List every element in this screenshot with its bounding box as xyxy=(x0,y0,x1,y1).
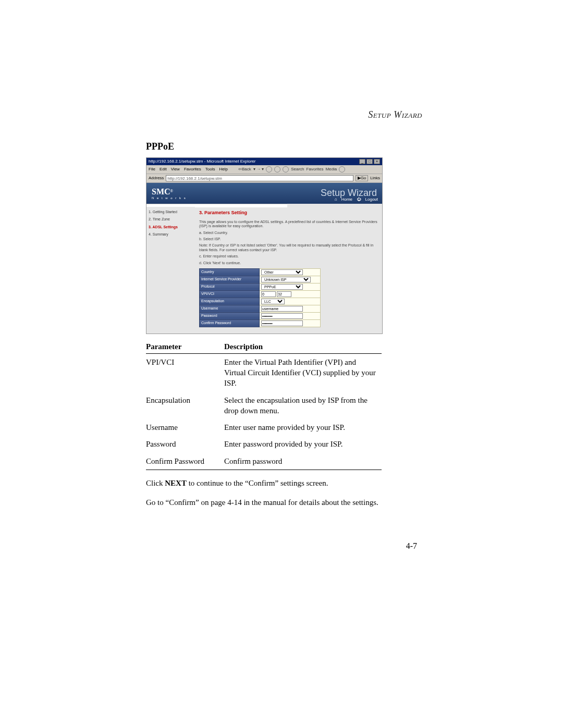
parameter-description-table: Parameter Description VPI/VCIEnter the V… xyxy=(146,340,382,470)
label-protocol: Protocol xyxy=(200,283,260,290)
ie-menu-bar: File Edit View Favorites Tools Help ⇦Bac… xyxy=(146,165,382,174)
label-isp: Internet Service Provider xyxy=(200,276,260,283)
sidebar-item-summary[interactable]: 4. Summary xyxy=(149,232,193,237)
running-header: Setup Wizard xyxy=(146,109,422,120)
logout-link[interactable]: ⏻ Logout xyxy=(357,197,378,202)
confirm-password-input[interactable] xyxy=(261,320,303,326)
router-header: SMC® N e t w o r k s Setup Wizard ⌂ Home… xyxy=(146,183,382,204)
links-label[interactable]: Links xyxy=(370,176,380,181)
menu-view[interactable]: View xyxy=(171,167,180,172)
sidebar-item-adsl-settings[interactable]: 3. ADSL Settings xyxy=(149,225,193,229)
home-link[interactable]: ⌂ Home xyxy=(335,197,352,202)
content-heading: 3. Parameters Setting xyxy=(199,210,378,216)
stop-icon[interactable] xyxy=(266,166,272,172)
toolbar-search[interactable]: Search xyxy=(291,167,304,172)
label-confirm-password: Confirm Password xyxy=(200,319,260,327)
smc-logo: SMC xyxy=(152,187,170,196)
body-text-1: Click NEXT to continue to the “Confirm” … xyxy=(146,477,382,489)
history-icon[interactable] xyxy=(339,166,345,172)
embedded-screenshot: http://192.168.2.1/setupw.stm - Microsof… xyxy=(146,157,383,334)
table-row: Confirm PasswordConfirm password xyxy=(146,453,382,470)
menu-favorites[interactable]: Favorites xyxy=(184,167,201,172)
refresh-icon[interactable] xyxy=(274,166,280,172)
table-row: UsernameEnter user name provided by your… xyxy=(146,419,382,436)
encapsulation-select[interactable]: LLC xyxy=(261,299,285,304)
vci-input[interactable] xyxy=(277,291,291,297)
close-icon[interactable]: × xyxy=(374,159,380,164)
sidebar-item-getting-started[interactable]: 1. Getting Started xyxy=(149,210,193,214)
toolbar-media[interactable]: Media xyxy=(325,167,337,172)
address-label: Address xyxy=(149,176,164,181)
label-password: Password xyxy=(200,312,260,319)
toolbar-favorites[interactable]: Favorites xyxy=(307,167,324,172)
section-title-pppoe: PPPoE xyxy=(146,141,422,152)
country-select[interactable]: Other xyxy=(261,269,303,275)
ie-address-bar: Address ▶Go Links xyxy=(146,174,382,183)
step-c: c. Enter required values. xyxy=(199,254,378,258)
back-button[interactable]: ⇦Back xyxy=(238,167,251,172)
window-controls: _ □ × xyxy=(359,159,380,164)
wizard-content: 3. Parameters Setting This page allows y… xyxy=(195,207,382,334)
label-country: Country xyxy=(200,268,260,276)
label-username: Username xyxy=(200,305,260,312)
table-row: EncapsulationSelect the encapsulation us… xyxy=(146,392,382,419)
table-row: PasswordEnter password provided by your … xyxy=(146,436,382,452)
intro-text: This page allows you to configure the AD… xyxy=(199,220,378,229)
password-input[interactable] xyxy=(261,313,303,319)
address-input[interactable] xyxy=(166,175,353,181)
username-input[interactable] xyxy=(261,306,303,312)
menu-edit[interactable]: Edit xyxy=(160,167,167,172)
home-icon[interactable] xyxy=(283,166,289,172)
wizard-sidebar: 1. Getting Started 2. Time Zone 3. ADSL … xyxy=(146,207,195,334)
menu-help[interactable]: Help xyxy=(219,167,227,172)
isp-select[interactable]: Unknown ISP xyxy=(261,277,311,282)
minimize-icon[interactable]: _ xyxy=(359,159,365,164)
go-button[interactable]: ▶Go xyxy=(356,175,369,181)
label-vpivci: VPI/VCI xyxy=(200,290,260,298)
sidebar-item-time-zone[interactable]: 2. Time Zone xyxy=(149,217,193,221)
ie-title-bar: http://192.168.2.1/setupw.stm - Microsof… xyxy=(146,158,382,165)
smc-logo-sub: N e t w o r k s xyxy=(152,196,187,200)
step-d: d. Click 'Next' to continue. xyxy=(199,261,378,265)
ie-window-title: http://192.168.2.1/setupw.stm - Microsof… xyxy=(149,159,255,164)
page-number: 4-7 xyxy=(406,541,417,551)
protocol-select[interactable]: PPPoE xyxy=(261,284,303,290)
menu-file[interactable]: File xyxy=(149,167,155,172)
note-text: Note: If Country or ISP is not listed se… xyxy=(199,243,378,252)
maximize-icon[interactable]: □ xyxy=(366,159,373,164)
menu-tools[interactable]: Tools xyxy=(205,167,215,172)
col-description: Description xyxy=(224,340,382,354)
settings-form: Country Other Internet Service Provider … xyxy=(199,268,321,327)
body-text-2: Go to “Confirm” on page 4-14 in the manu… xyxy=(146,497,382,509)
step-b: b. Select ISP. xyxy=(199,237,378,241)
step-a: a. Select Country. xyxy=(199,231,378,235)
vpi-input[interactable] xyxy=(261,291,276,297)
label-encapsulation: Encapsulation xyxy=(200,298,260,305)
table-row: VPI/VCIEnter the Virtual Path Identifier… xyxy=(146,353,382,391)
document-page: Setup Wizard PPPoE http://192.168.2.1/se… xyxy=(0,0,563,728)
col-parameter: Parameter xyxy=(146,340,224,354)
